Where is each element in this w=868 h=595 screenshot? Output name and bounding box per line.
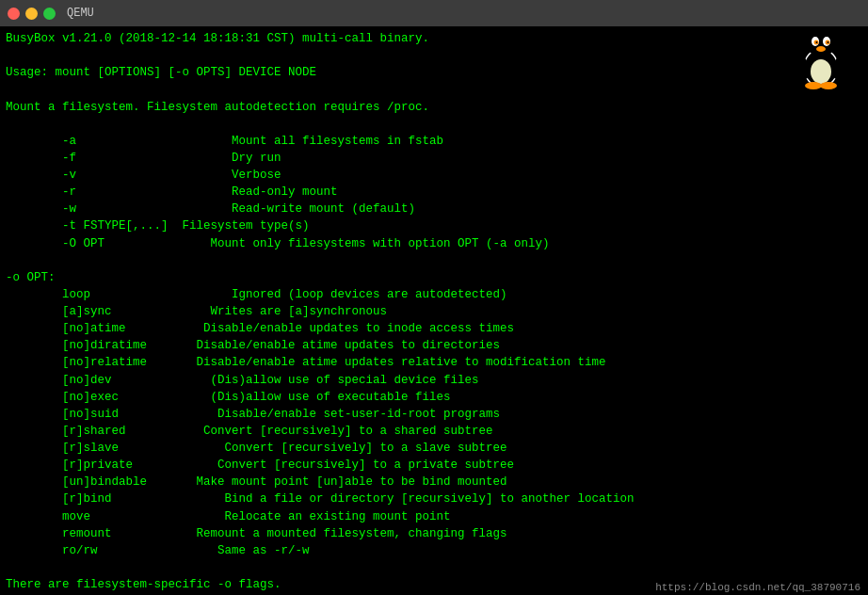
line-noexec: [no]exec (Dis)allow use of executable fi…: [6, 389, 862, 406]
line-opt-a: -a Mount all filesystems in fstab: [6, 133, 862, 150]
line-mount-desc: Mount a filesystem. Filesystem autodetec…: [6, 99, 862, 116]
line-busybox: BusyBox v1.21.0 (2018-12-14 18:18:31 CST…: [6, 30, 862, 47]
minimize-button[interactable]: [25, 8, 38, 20]
line-rprivate: [r]private Convert [recursively] to a pr…: [6, 457, 862, 474]
terminal-body[interactable]: BusyBox v1.21.0 (2018-12-14 18:18:31 CST…: [0, 26, 868, 595]
line-blank4: [6, 252, 862, 269]
svg-point-1: [811, 59, 831, 84]
line-usage: Usage: mount [OPTIONS] [-o OPTS] DEVICE …: [6, 64, 862, 81]
line-blank5: [6, 559, 862, 576]
line-opt-t: -t FSTYPE[,...] Filesystem type(s): [6, 217, 862, 234]
svg-point-13: [820, 82, 837, 89]
line-loop: loop Ignored (loop devices are autodetec…: [6, 286, 862, 303]
line-rslave: [r]slave Convert [recursively] to a slav…: [6, 440, 862, 457]
svg-point-9: [816, 46, 826, 52]
line-opt-O: -O OPT Mount only filesystems with optio…: [6, 235, 862, 252]
line-opt-v: -v Verbose: [6, 167, 862, 184]
svg-marker-11: [828, 29, 836, 36]
line-remount: remount Remount a mounted filesystem, ch…: [6, 525, 862, 542]
line-unbindable: [un]bindable Make mount point [un]able t…: [6, 474, 862, 490]
line-rorw: ro/rw Same as -r/-w: [6, 542, 862, 559]
maximize-button[interactable]: [43, 8, 56, 20]
line-blank2: [6, 81, 862, 98]
line-rshared: [r]shared Convert [recursively] to a sha…: [6, 423, 862, 440]
line-nodiratime: [no]diratime Disable/enable atime update…: [6, 337, 862, 354]
line-nodev: [no]dev (Dis)allow use of special device…: [6, 372, 862, 389]
line-opt-w: -w Read-write mount (default): [6, 201, 862, 217]
window-title: QEMU: [67, 7, 94, 20]
svg-marker-10: [806, 29, 813, 36]
line-rbind: [r]bind Bind a file or directory [recurs…: [6, 490, 862, 507]
watermark: https://blog.csdn.net/qq_38790716: [648, 580, 868, 595]
line-norelatime: [no]relatime Disable/enable atime update…: [6, 354, 862, 371]
line-nosuid: [no]suid Disable/enable set-user-id-root…: [6, 406, 862, 423]
svg-point-7: [816, 41, 818, 43]
line-blank3: [6, 116, 862, 133]
line-blank1: [6, 47, 862, 64]
terminal-output: BusyBox v1.21.0 (2018-12-14 18:18:31 CST…: [6, 30, 862, 595]
svg-point-8: [828, 41, 829, 43]
line-move: move Relocate an existing mount point: [6, 508, 862, 525]
line-opt-f: -f Dry run: [6, 150, 862, 167]
svg-point-2: [808, 33, 834, 57]
line-o-opt: -o OPT:: [6, 269, 862, 286]
close-button[interactable]: [8, 8, 20, 20]
line-async: [a]sync Writes are [a]synchronous: [6, 303, 862, 320]
svg-point-12: [805, 82, 822, 89]
linux-logo: [793, 28, 849, 98]
line-noatime: [no]atime Disable/enable updates to inod…: [6, 320, 862, 337]
line-opt-r: -r Read-only mount: [6, 184, 862, 201]
title-bar: QEMU: [0, 0, 868, 26]
